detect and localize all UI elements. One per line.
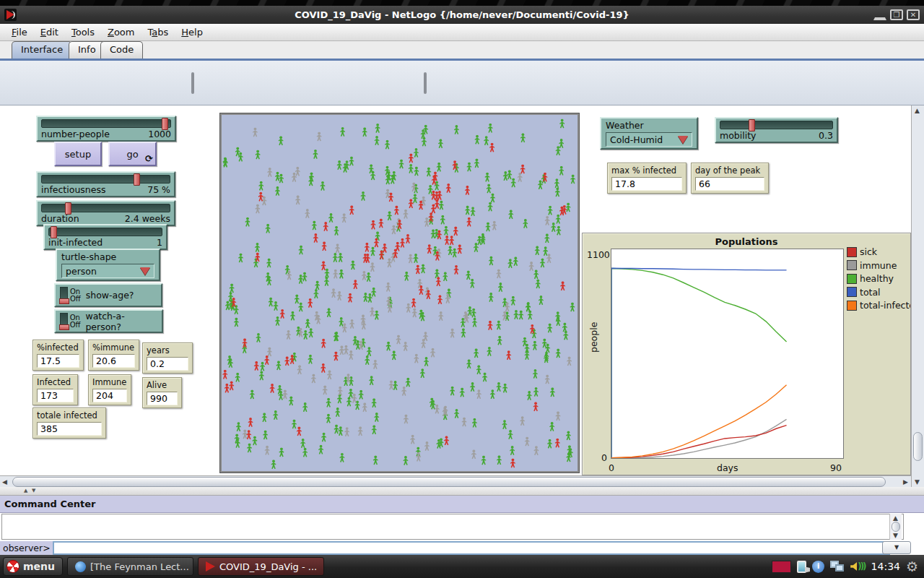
person-agent: [387, 211, 392, 220]
person-agent: [229, 381, 234, 390]
scroll-down-icon[interactable]: ▼: [893, 532, 898, 539]
command-history-dropdown[interactable]: ▼: [882, 541, 911, 554]
task-button-netlogo[interactable]: COVID_19_DaVig - ...: [198, 557, 324, 576]
person-agent: [297, 365, 302, 374]
slider-handle[interactable]: [749, 119, 755, 131]
update-shield-icon[interactable]: i: [812, 561, 824, 573]
mobility-slider[interactable]: mobility0.3: [715, 117, 838, 143]
menu-zoom[interactable]: Zoom: [102, 25, 140, 39]
weather-chooser[interactable]: Weather Cold-Humid: [600, 117, 698, 150]
person-agent: [470, 279, 475, 288]
slider-handle[interactable]: [162, 118, 168, 130]
horizontal-scroll-thumb[interactable]: [12, 477, 886, 487]
task-button-browser[interactable]: [The Feynman Lect...: [67, 557, 193, 576]
person-agent: [424, 217, 430, 227]
person-agent: [363, 293, 368, 302]
slider-handle[interactable]: [65, 202, 71, 215]
scroll-down-icon[interactable]: ▼: [915, 478, 920, 486]
watch-a-person-switch[interactable]: OnOff watch-a-person?: [54, 309, 163, 333]
person-agent: [263, 430, 268, 439]
menu-file[interactable]: File: [6, 25, 33, 39]
infectiousness-slider[interactable]: infectiousness75 %: [36, 171, 175, 197]
switch-toggle[interactable]: [60, 313, 68, 330]
vertical-scrollbar[interactable]: ▲ ▼: [911, 105, 924, 487]
person-agent: [430, 348, 435, 358]
person-agent: [326, 308, 331, 317]
person-agent: [403, 456, 408, 465]
menu-help[interactable]: Help: [175, 25, 209, 39]
person-agent: [308, 328, 313, 337]
person-agent: [511, 178, 516, 188]
person-agent: [548, 206, 553, 215]
person-agent: [533, 269, 539, 279]
person-agent: [540, 258, 545, 267]
scroll-right-icon[interactable]: ▶: [903, 478, 908, 486]
agents-canvas: [222, 115, 578, 471]
close-button[interactable]: ✕: [907, 9, 920, 20]
number-people-slider[interactable]: number-people1000: [36, 116, 176, 142]
slider-handle[interactable]: [51, 226, 57, 238]
maximize-button[interactable]: ❐: [890, 9, 903, 20]
person-agent: [562, 323, 567, 332]
command-center-splitter[interactable]: ▲ ▼: [0, 487, 924, 496]
menu-edit[interactable]: Edit: [35, 25, 64, 39]
person-agent: [298, 246, 303, 255]
person-agent: [371, 288, 376, 297]
minimize-button[interactable]: [873, 9, 886, 20]
switch-toggle[interactable]: [60, 287, 68, 304]
person-agent: [453, 226, 458, 236]
scroll-up-icon[interactable]: ▲: [893, 514, 898, 522]
person-agent: [250, 389, 255, 399]
person-agent: [545, 375, 550, 384]
y-axis-label: people: [588, 322, 599, 353]
tab-interface[interactable]: Interface: [12, 41, 72, 59]
person-agent: [476, 389, 481, 399]
person-agent: [450, 329, 455, 338]
person-agent: [391, 350, 396, 360]
person-agent: [471, 449, 476, 459]
person-agent: [436, 277, 441, 286]
volume-icon[interactable]: ))): [850, 561, 865, 571]
slider-handle[interactable]: [134, 173, 140, 186]
person-agent: [282, 389, 287, 399]
scroll-left-icon[interactable]: ◀: [2, 478, 7, 486]
start-menu-button[interactable]: menu: [3, 557, 63, 576]
duration-slider[interactable]: duration2.4 weeks: [36, 200, 175, 226]
show-age-switch[interactable]: OnOff show-age?: [54, 283, 162, 307]
command-input[interactable]: [53, 541, 890, 555]
person-agent: [340, 127, 345, 137]
menu-tools[interactable]: Tools: [66, 25, 100, 39]
splitter-up-icon[interactable]: ▲: [24, 488, 27, 493]
splitter-down-icon[interactable]: ▼: [32, 488, 35, 493]
network-icon[interactable]: [830, 561, 845, 572]
world-view[interactable]: [220, 113, 579, 473]
person-agent: [339, 453, 344, 462]
gear-icon[interactable]: ⚙: [906, 560, 918, 573]
battery-icon[interactable]: [797, 561, 806, 573]
person-agent: [532, 341, 537, 350]
vertical-scroll-thumb[interactable]: [913, 432, 923, 461]
horizontal-scrollbar[interactable]: ◀ ▶: [0, 475, 911, 487]
output-scrollbar[interactable]: ▲ ▼: [889, 514, 902, 540]
init-infected-slider[interactable]: init-infected1: [43, 224, 167, 250]
person-agent: [315, 280, 320, 290]
plot-legend: sickimmunehealthytotaltotal-infected: [847, 246, 911, 314]
person-agent: [542, 339, 547, 348]
person-agent: [262, 413, 267, 422]
go-button[interactable]: go ⟳: [108, 142, 157, 166]
keyboard-layout-flag[interactable]: [772, 561, 791, 573]
scroll-up-icon[interactable]: ▲: [915, 107, 920, 114]
turtle-shape-chooser[interactable]: turtle-shape person: [56, 249, 160, 281]
person-agent: [320, 181, 325, 191]
person-agent: [275, 186, 280, 196]
person-agent: [421, 339, 426, 348]
interface-canvas: number-people1000 setup go ⟳ infectiousn…: [0, 105, 911, 475]
person-agent: [405, 234, 410, 243]
output-scroll-thumb[interactable]: [892, 522, 900, 532]
setup-button[interactable]: setup: [54, 142, 102, 166]
command-output[interactable]: [1, 514, 904, 540]
person-agent: [295, 167, 300, 176]
tab-code[interactable]: Code: [100, 41, 143, 59]
menu-tabs[interactable]: Tabs: [141, 25, 174, 39]
person-agent: [492, 221, 497, 230]
